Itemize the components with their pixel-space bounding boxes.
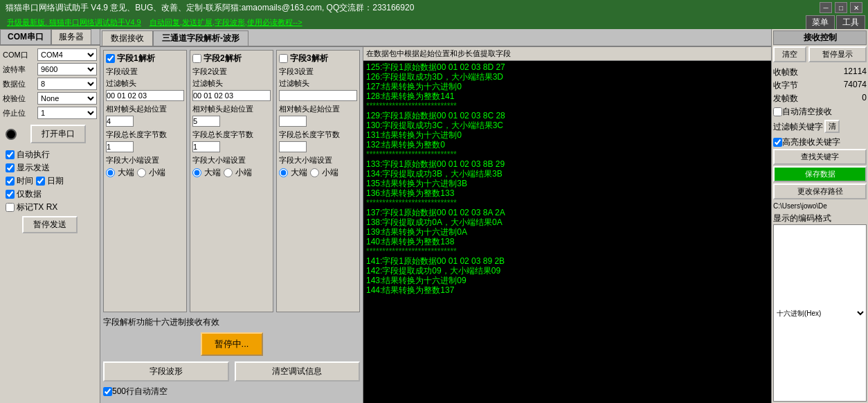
log-header: 在数据包中根据起始位置和步长值提取字段 — [363, 47, 771, 61]
auto-clear-row: 500行自动清空 — [103, 386, 360, 397]
seg2-length-label: 字段总长度字节数 — [192, 129, 271, 140]
seg1-little-endian-label: 小端 — [149, 167, 165, 179]
seg2-endian-row: 大端 小端 — [192, 167, 271, 179]
time-date-row: 时间 日期 — [6, 175, 94, 187]
maximize-button[interactable]: □ — [835, 2, 847, 13]
seg1-settings-label: 字段i设置 — [106, 66, 184, 77]
tutorial-link[interactable]: 自动回复,发送扩展,字段波形,使用必读教程--> — [150, 17, 302, 28]
seg1-header-label: 过滤帧头 — [106, 78, 184, 89]
filter-clear-button[interactable]: 清 — [824, 120, 840, 133]
byte-count-value: 74074 — [844, 80, 867, 91]
seg2-offset-input[interactable] — [192, 116, 220, 127]
minimize-button[interactable]: ─ — [820, 2, 832, 13]
seg3-length-input[interactable] — [279, 141, 307, 152]
only-data-label: 仅数据 — [17, 188, 42, 200]
seg1-enable-checkbox[interactable] — [106, 54, 115, 63]
seg3-little-endian-radio[interactable] — [310, 168, 319, 177]
save-data-button[interactable]: 保存数据 — [773, 166, 867, 182]
com-port-select[interactable]: COM4 — [37, 48, 97, 61]
seg3-length-label: 字段总长度字节数 — [279, 129, 357, 140]
seg2-header-input[interactable] — [192, 90, 271, 101]
tab-segment-analysis[interactable]: 三通道字段解析-波形 — [153, 30, 248, 46]
seg3-settings-label: 字段3设置 — [279, 66, 357, 77]
stop-send-button[interactable]: 暂停发送 — [22, 216, 78, 233]
highlight-checkbox[interactable] — [773, 138, 782, 147]
log-line: 129:字段1原始数据00 01 02 03 8C 28 — [366, 111, 768, 120]
tab-server[interactable]: 服务器 — [51, 29, 91, 44]
auto-clean-checkbox[interactable] — [773, 107, 782, 116]
highlight-row: 高亮接收关键字 — [773, 136, 867, 148]
log-line: **************************** — [366, 150, 768, 159]
tab-data-receive[interactable]: 数据接收 — [102, 30, 153, 46]
log-line: **************************** — [366, 101, 768, 111]
seg2-length-input[interactable] — [192, 141, 220, 152]
title-bar: 猫猫串口网络调试助手 V4.9 意见、BUG、改善、定制-联系阿猫:amaoma… — [0, 0, 868, 15]
tab-com[interactable]: COM串口 — [0, 29, 51, 44]
show-send-checkbox[interactable] — [6, 163, 15, 172]
seg3-header-input[interactable] — [279, 90, 357, 101]
log-line: 138:字段提取成功0A，大小端结果0A — [366, 217, 768, 227]
seg2-big-endian-radio[interactable] — [192, 168, 201, 177]
seg1-endian-label: 字段大小端设置 — [106, 155, 184, 165]
seg3-big-endian-radio[interactable] — [279, 168, 288, 177]
wave-button[interactable]: 字段波形 — [103, 361, 229, 382]
segment-bottom: 字段解析功能十六进制接收有效 暂停中... 字段波形 清空调试信息 500行自动… — [103, 312, 360, 400]
log-line: 127:结果转换为十六进制0 — [366, 82, 768, 91]
segment-config: 字段1解析 字段i设置 过滤帧头 相对帧头起始位置 字段总长度字节数 字段大小端… — [100, 47, 363, 403]
seg3-header: 字段3解析 — [279, 53, 357, 64]
label-tx-checkbox[interactable] — [6, 203, 15, 212]
pause-button[interactable]: 暂停中... — [201, 332, 263, 356]
menu-button[interactable]: 菜单 — [806, 15, 835, 30]
seg1-big-endian-radio[interactable] — [106, 168, 115, 177]
change-path-button[interactable]: 更改保存路径 — [773, 183, 867, 199]
seg3-enable-checkbox[interactable] — [279, 54, 288, 63]
log-line: 143:结果转换为十六进制09 — [366, 276, 768, 285]
seg2-title: 字段2解析 — [204, 53, 242, 64]
log-line: 128:结果转换为整数141 — [366, 91, 768, 101]
seg1-offset-input[interactable] — [106, 116, 134, 127]
menu-bar: 升级最新版. 猫猫串口网络调试助手V4.9 自动回复,发送扩展,字段波形,使用必… — [0, 15, 868, 29]
menu-buttons: 菜单 工具 — [806, 15, 865, 30]
seg2-big-endian-label: 大端 — [204, 167, 221, 179]
log-line: 132:结果转换为整数0 — [366, 140, 768, 150]
parity-select[interactable]: None — [37, 92, 97, 105]
baud-rate-select[interactable]: 9600 — [37, 63, 97, 75]
seg1-header-input[interactable] — [106, 90, 184, 101]
only-data-checkbox[interactable] — [6, 190, 15, 199]
seg2-offset-label: 相对帧头起始位置 — [192, 104, 271, 114]
seg1-length-input[interactable] — [106, 141, 134, 152]
log-line: 131:结果转换为十六进制0 — [366, 130, 768, 140]
seg3-offset-input[interactable] — [279, 116, 307, 127]
action-buttons-row: 字段波形 清空调试信息 — [103, 361, 360, 382]
stop-bits-select[interactable]: 1 — [37, 107, 97, 119]
clear-receive-button[interactable]: 清空 — [773, 46, 806, 62]
data-bits-label: 数据位 — [3, 79, 37, 89]
auto-clear-label: 500行自动清空 — [112, 386, 168, 397]
tools-button[interactable]: 工具 — [836, 15, 865, 30]
find-key-button[interactable]: 查找关键字 — [773, 149, 867, 165]
date-checkbox[interactable] — [36, 177, 45, 186]
time-checkbox[interactable] — [6, 177, 15, 186]
auto-run-checkbox[interactable] — [6, 150, 15, 159]
encoding-select[interactable]: 十六进制(Hex) ASCII GBK UTF-8 — [773, 224, 867, 402]
data-bits-select[interactable]: 8 — [37, 78, 97, 90]
open-port-button[interactable]: 打开串口 — [30, 125, 86, 143]
only-data-row: 仅数据 — [6, 188, 94, 200]
seg2-settings-label: 字段2设置 — [192, 66, 271, 77]
label-tx-label: 标记TX RX — [17, 202, 57, 213]
log-line: 135:结果转换为十六进制3B — [366, 179, 768, 188]
auto-clear-checkbox[interactable] — [103, 387, 112, 396]
pause-display-button[interactable]: 暂停显示 — [808, 46, 867, 62]
seg2-enable-checkbox[interactable] — [192, 54, 201, 63]
show-send-label: 显示发送 — [17, 162, 50, 174]
seg1-little-endian-radio[interactable] — [137, 168, 146, 177]
clear-debug-button[interactable]: 清空调试信息 — [235, 361, 361, 382]
com-port-label: COM口 — [3, 50, 37, 60]
log-content[interactable]: 125:字段1原始数据00 01 02 03 8D 27126:字段提取成功3D… — [363, 61, 771, 403]
log-line: 126:字段提取成功3D，大小端结果3D — [366, 72, 768, 82]
seg2-little-endian-radio[interactable] — [224, 168, 233, 177]
segment-2-column: 字段2解析 字段2设置 过滤帧头 相对帧头起始位置 字段总长度字节数 字段大小端… — [190, 50, 273, 312]
log-line: **************************** — [366, 198, 768, 208]
close-button[interactable]: ✕ — [850, 2, 862, 13]
upgrade-link[interactable]: 升级最新版. 猫猫串口网络调试助手V4.9 — [7, 17, 141, 28]
